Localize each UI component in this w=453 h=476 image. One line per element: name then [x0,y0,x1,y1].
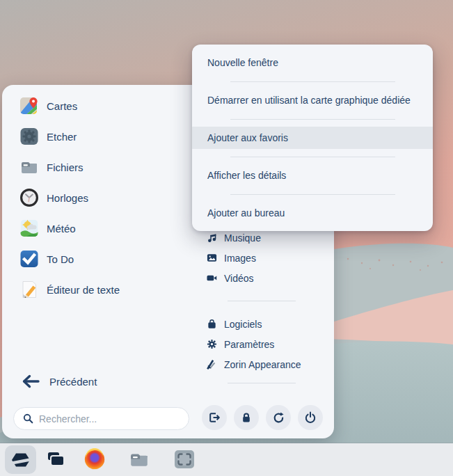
system-item-zorin-appearance[interactable]: Zorin Appearance [206,354,301,374]
menu-item-ajouter-bureau[interactable]: Ajouter au bureau [192,202,433,224]
back-label: Précédent [49,376,97,388]
maps-icon [19,96,39,116]
menu-item-nouvelle-fenetre[interactable]: Nouvelle fenêtre [192,51,433,74]
clocks-icon [19,188,39,207]
app-item-meteo[interactable]: Météo [19,219,120,238]
app-label: Cartes [47,100,77,112]
app-item-horloges[interactable]: Horloges [19,188,120,207]
app-item-cartes[interactable]: Cartes [19,96,120,116]
task-view-icon [45,448,67,470]
lock-icon [240,411,253,424]
app-item-fichiers[interactable]: Fichiers [19,157,120,177]
menu-divider [192,74,433,89]
menu-item-carte-graphique[interactable]: Démarrer en utilisant la carte graphique… [192,89,433,111]
zorin-appearance-icon [206,359,217,370]
app-label: Éditeur de texte [47,284,120,296]
search-input[interactable] [39,413,182,425]
power-icon [304,411,317,424]
menu-divider [192,111,433,127]
zorin-logo-icon [10,449,32,471]
session-buttons [202,405,323,430]
app-item-todo[interactable]: To Do [19,249,120,269]
system-label: Zorin Appearance [224,359,301,370]
etcher-icon [19,127,39,146]
menu-divider [192,149,433,164]
app-item-etcher[interactable]: Etcher [19,127,120,146]
zorin-menu-button[interactable] [10,449,32,474]
place-label: Images [224,253,256,264]
place-label: Musique [224,232,261,244]
place-label: Vidéos [224,273,254,284]
logout-icon [208,411,221,424]
todo-icon [19,249,39,269]
system-label: Paramètres [224,339,274,350]
images-icon [206,253,217,264]
music-icon [206,232,217,244]
firefox-button[interactable] [84,448,106,473]
software-icon [206,319,217,330]
divider [228,383,296,383]
screenshot-tool-button[interactable] [174,450,195,472]
back-arrow-icon [21,374,40,389]
back-button[interactable]: Précédent [21,372,97,391]
menu-divider [192,187,433,202]
folder-icon [129,449,150,470]
taskbar [0,443,453,476]
place-item-images[interactable]: Images [206,248,261,268]
app-context-menu: Nouvelle fenêtre Démarrer en utilisant l… [192,45,433,231]
lock-button[interactable] [234,405,259,430]
file-manager-button[interactable] [129,449,150,473]
app-list: Cartes [19,96,120,299]
settings-icon [206,339,217,350]
logout-button[interactable] [202,405,227,430]
system-label: Logiciels [224,319,262,330]
desktop: Cartes [0,0,453,476]
search-icon [23,413,33,424]
system-list: Logiciels [206,314,301,374]
menu-item-afficher-details[interactable]: Afficher les détails [192,164,433,187]
text-editor-icon [19,280,39,299]
divider [228,301,296,301]
videos-icon [206,273,217,284]
search-bar[interactable] [13,407,189,430]
system-item-logiciels[interactable]: Logiciels [206,314,301,334]
system-item-parametres[interactable]: Paramètres [206,334,301,354]
task-view-button[interactable] [45,448,67,473]
place-item-videos[interactable]: Vidéos [206,268,261,288]
power-button[interactable] [298,405,323,430]
app-item-editeur[interactable]: Éditeur de texte [19,280,120,299]
firefox-icon [84,448,106,470]
app-label: Etcher [47,131,77,143]
weather-icon [19,219,39,238]
app-label: Fichiers [47,161,84,173]
menu-item-ajouter-favoris[interactable]: Ajouter aux favoris [192,127,433,149]
screenshot-icon [174,450,195,469]
places-list: Musique Images [206,228,261,288]
files-icon [19,157,39,177]
restart-button[interactable] [266,405,291,430]
app-label: To Do [47,253,74,265]
app-label: Météo [47,223,76,235]
restart-icon [272,411,285,425]
app-label: Horloges [47,192,88,204]
